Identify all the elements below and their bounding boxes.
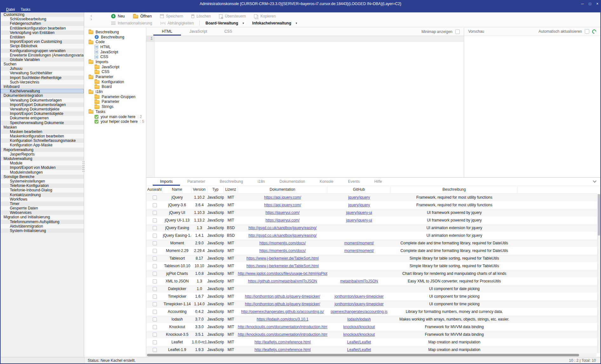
sidebar-item[interactable]: Verwaltung Dokumentobjekte	[1, 107, 84, 111]
sidebar-item[interactable]: Dokumente entsperren	[1, 116, 84, 120]
documentation-link[interactable]	[238, 285, 327, 293]
sidebar-item[interactable]: Reportverwaltung	[1, 148, 84, 152]
github-link[interactable]: moment/moment/	[327, 247, 391, 255]
table-row[interactable]: Moment-2.29 2.29.4 JavaScript MIT https:…	[146, 247, 597, 255]
sidebar-item[interactable]: Import/Export von Customizing	[1, 39, 84, 44]
github-link[interactable]: jquery/jquery-ui	[327, 216, 391, 224]
sidebar-item[interactable]: Verwaltung Suchbehälter	[1, 71, 84, 75]
table-row[interactable]: lodash 3.7.0 JavaScript MIT https://loda…	[146, 315, 597, 323]
documentation-link[interactable]: http://knockoutjs.com/documentation/intr…	[238, 331, 327, 338]
row-checkbox[interactable]	[153, 272, 157, 276]
table-row[interactable]: Accounting 0.4.2 JavaScript MIT http://o…	[146, 308, 597, 315]
bottom-tab[interactable]: Konsole	[312, 178, 341, 186]
table-row[interactable]: Knockout-3.5 3.5.1 JavaScript MIT http:/…	[146, 331, 597, 338]
column-header-github[interactable]: GitHub	[327, 186, 391, 193]
table-row[interactable]: Leaflet 1.0.0-rc1 JavaScript MIT http://…	[146, 338, 597, 346]
toolbar-button[interactable]: Übersteuern	[215, 14, 250, 18]
sidebar-item[interactable]: System-Initialisierung	[1, 228, 84, 233]
documentation-link[interactable]: http://jonthornton.github.io/jquery-time…	[238, 293, 327, 300]
github-link[interactable]: knockout/knockout	[327, 331, 391, 338]
chevron-right-icon[interactable]: ›	[90, 17, 92, 21]
row-checkbox[interactable]	[153, 317, 157, 321]
sidebar-item[interactable]: Aktivitätenmigration	[1, 224, 84, 228]
table-row[interactable]: jqPlot Charts 1.0.8 JavaScript MIT http:…	[146, 270, 597, 277]
table-row[interactable]: Tablesort 8.17 JavaScript MIT https://ww…	[146, 255, 597, 262]
row-checkbox[interactable]	[153, 348, 157, 352]
sidebar-item[interactable]: Dokumentenintegration	[1, 93, 84, 98]
sidebar-item[interactable]: Modulverwaltung	[1, 156, 84, 161]
row-checkbox[interactable]	[153, 195, 157, 200]
toolbar-button[interactable]: Internationalisierung	[107, 21, 156, 25]
sidebar-item[interactable]: Entitäten	[1, 35, 84, 39]
bottom-tab[interactable]: Dokumentation	[272, 178, 312, 186]
toolbar-dropdown-button[interactable]: Board-Verwaltung	[201, 21, 248, 25]
toolbar-button[interactable]: Löschen	[187, 14, 215, 18]
tree-item[interactable]: HTML	[84, 44, 146, 50]
documentation-link[interactable]: http://gsgd.co.uk/sandbox/jquery/easing/	[238, 232, 327, 239]
sidebar-item[interactable]: Systemeinstellungen	[1, 179, 84, 183]
sidebar-item[interactable]: Kontaktzuordnung	[1, 193, 84, 197]
github-link[interactable]	[327, 255, 391, 262]
code-area[interactable]	[155, 36, 464, 177]
minimize-button[interactable]: ─	[581, 1, 584, 7]
table-row[interactable]: Knockout 3.3.0 JavaScript MIT http://kno…	[146, 323, 597, 331]
sidebar-item[interactable]: Verwaltung Dokumentvorlagen	[1, 98, 84, 103]
table-row[interactable]: Moment 2.9.0 JavaScript MIT https://mome…	[146, 239, 597, 247]
table-row[interactable]: jQuery Easing 1.3 JavaScript BSD http://…	[146, 224, 597, 232]
sidebar-item[interactable]: Such-Verzeichnis	[1, 80, 84, 84]
chevron-down-icon[interactable]	[593, 179, 596, 182]
documentation-link[interactable]: http://openexchangerates.github.io/accou…	[238, 308, 327, 315]
toolbar-button[interactable]: Speichern	[156, 14, 187, 18]
github-link[interactable]: moment/moment/	[327, 239, 391, 247]
documentation-link[interactable]: https://momentjs.com/docs/	[238, 247, 327, 255]
github-link[interactable]: openexchangerates/accounting.js	[327, 308, 391, 315]
table-row[interactable]: Timepicker-1.14 1.14.0 JavaScript MIT ht…	[146, 300, 597, 308]
table-row[interactable]: XML to JSON 1.3 JavaScript MIT https://g…	[146, 277, 597, 285]
menu-item[interactable]: Tasks	[18, 7, 33, 12]
sidebar-item[interactable]: Verknüpfung von Entitäten	[1, 30, 84, 35]
row-checkbox[interactable]	[153, 295, 157, 299]
row-checkbox[interactable]	[153, 310, 157, 314]
toolbar-dropdown-button[interactable]: Infokachelverwaltung	[248, 21, 301, 25]
column-header-dokumentation[interactable]: Dokumentation	[238, 186, 327, 193]
documentation-link[interactable]: http://gsgd.co.uk/sandbox/jquery/easing/	[238, 224, 327, 232]
tree-item[interactable]: Beschreibung	[84, 30, 146, 35]
documentation-link[interactable]: https://www.j-berkemeier.de/TableSort.ht…	[238, 255, 327, 262]
table-row[interactable]: Tablesort-10.10 10.10 JavaScript MIT htt…	[146, 262, 597, 270]
editor-tab[interactable]: CSS	[216, 27, 241, 36]
sidebar-item[interactable]: JasperReports	[1, 152, 84, 156]
editor-tab[interactable]: HTML	[153, 27, 181, 36]
tree-item[interactable]: Parameter	[84, 74, 146, 79]
tree-item[interactable]: Strings	[84, 104, 146, 109]
tree-item[interactable]: Imports	[84, 59, 146, 64]
tree-item[interactable]: your helper code here : 5	[84, 119, 146, 124]
table-row[interactable]: jQuery Easing-1.4 1.4.1 JavaScript BSD h…	[146, 232, 597, 239]
sidebar-item[interactable]: Skript-Bibliothek	[1, 44, 84, 48]
github-link[interactable]: Leaflet/Leaflet	[327, 338, 391, 346]
table-row[interactable]: Leaflet-1.9 1.9.3 JavaScript MIT http://…	[146, 346, 597, 354]
close-button[interactable]: ×	[596, 1, 598, 7]
sidebar-item[interactable]: Customizing	[1, 12, 84, 17]
minimap-checkbox[interactable]	[455, 30, 460, 34]
github-link[interactable]	[327, 232, 391, 239]
tree-item[interactable]: Parameter-Gruppen	[84, 94, 146, 99]
bottom-tab[interactable]: i18n	[250, 178, 272, 186]
sidebar-item[interactable]: Sonstige Bereiche	[1, 175, 84, 179]
refresh-icon[interactable]	[591, 29, 597, 34]
sidebar-item[interactable]: Timer	[1, 202, 84, 206]
sidebar-item[interactable]: Import/Export Dokumentobjekte	[1, 111, 84, 116]
row-checkbox[interactable]	[153, 264, 157, 268]
sidebar-item[interactable]: Import/Export Dokumentvorlagen	[1, 103, 84, 107]
documentation-link[interactable]: http://knockoutjs.com/documentation/intr…	[238, 323, 327, 331]
bottom-tab[interactable]: Beschreibung	[212, 178, 250, 186]
column-header-lizenz[interactable]: Lizenz	[224, 186, 238, 193]
tree-item[interactable]: Tasks	[84, 109, 146, 114]
sidebar-item[interactable]: Masken bearbeiten	[1, 129, 84, 134]
row-checkbox[interactable]	[153, 226, 157, 230]
maximize-button[interactable]: □	[589, 1, 591, 7]
vertical-scroll-thumb[interactable]	[598, 194, 600, 235]
sidebar-item[interactable]: Erweiterte Einstellungen (Anwendungsvari…	[1, 53, 84, 57]
tree-item[interactable]: Code	[84, 39, 146, 44]
sidebar-item[interactable]: Feldeigenschaften	[1, 21, 84, 26]
toolbar-button[interactable]: Öffnen	[129, 14, 156, 18]
